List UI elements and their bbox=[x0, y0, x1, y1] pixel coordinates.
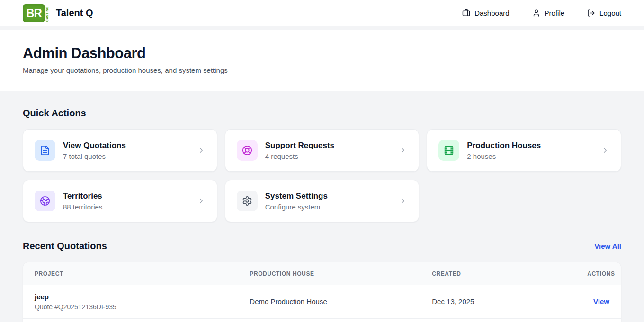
quick-action-card-support-requests[interactable]: Support Requests 4 requests bbox=[225, 129, 420, 172]
recent-quotations-header: Recent Quotations View All bbox=[23, 241, 621, 252]
quick-action-card-production-houses[interactable]: Production Houses 2 houses bbox=[427, 129, 621, 172]
globe-icon bbox=[35, 191, 55, 211]
column-header-production-house: Production House bbox=[238, 262, 420, 285]
card-subtitle: 88 territories bbox=[63, 203, 189, 211]
recent-quotations-title: Recent Quotations bbox=[23, 241, 107, 252]
br-casting-logo: BR CASTING bbox=[23, 4, 49, 22]
page-header: Admin Dashboard Manage your quotations, … bbox=[0, 30, 644, 91]
lifebuoy-icon bbox=[237, 140, 258, 161]
quote-number: Quote #Q202512136DF935 bbox=[35, 303, 227, 311]
card-subtitle: 7 total quotes bbox=[63, 152, 189, 160]
logo-casting-text: CASTING bbox=[45, 5, 49, 22]
quotation-row: jeep Quote #Q202512136DF935 Demo Product… bbox=[23, 285, 621, 318]
brand-name: Talent Q bbox=[56, 8, 93, 18]
nav-item-dashboard[interactable]: Dashboard bbox=[462, 9, 509, 17]
quick-action-card-territories[interactable]: Territories 88 territories bbox=[23, 180, 217, 222]
nav-item-label: Logout bbox=[599, 9, 621, 17]
created-date-cell: Dec 13, 2025 bbox=[420, 285, 576, 318]
file-text-icon bbox=[35, 140, 55, 161]
next-row-cutoff bbox=[23, 318, 621, 322]
chevron-right-icon bbox=[197, 146, 206, 155]
log-out-icon bbox=[587, 9, 595, 17]
card-title: Support Requests bbox=[265, 141, 392, 150]
main-content: Quick Actions View Quotations 7 total qu… bbox=[0, 91, 644, 322]
card-subtitle: 2 houses bbox=[467, 152, 593, 160]
nav-item-label: Profile bbox=[545, 9, 565, 17]
nav-item-logout[interactable]: Logout bbox=[587, 9, 621, 17]
column-header-actions: Actions bbox=[576, 262, 621, 285]
card-subtitle: 4 requests bbox=[265, 152, 392, 160]
nav-items: Dashboard Profile Logout bbox=[462, 9, 621, 17]
nav-item-profile[interactable]: Profile bbox=[532, 9, 565, 17]
chevron-right-icon bbox=[601, 146, 609, 155]
project-name: jeep bbox=[35, 293, 227, 301]
view-quotation-link[interactable]: View bbox=[593, 297, 609, 305]
gear-icon bbox=[237, 191, 258, 211]
quick-actions-title: Quick Actions bbox=[23, 108, 621, 119]
card-subtitle: Configure system bbox=[265, 203, 392, 211]
chevron-right-icon bbox=[197, 197, 206, 205]
column-header-project: Project bbox=[23, 262, 238, 285]
quick-actions-grid: View Quotations 7 total quotes Support R… bbox=[23, 129, 621, 222]
production-house-cell: Demo Production House bbox=[238, 285, 420, 318]
card-title: Production Houses bbox=[467, 141, 593, 150]
nav-item-label: Dashboard bbox=[474, 9, 509, 17]
card-title: Territories bbox=[63, 191, 189, 201]
film-icon bbox=[438, 140, 459, 161]
brand-group[interactable]: BR CASTING Talent Q bbox=[23, 4, 93, 22]
logo-text: BR bbox=[26, 7, 42, 20]
logo-box: BR bbox=[23, 4, 45, 22]
quick-action-card-system-settings[interactable]: System Settings Configure system bbox=[225, 180, 420, 222]
top-nav: BR CASTING Talent Q Dashboard Profile Lo… bbox=[0, 0, 644, 26]
column-header-created: Created bbox=[420, 262, 576, 285]
quotations-table-body: jeep Quote #Q202512136DF935 Demo Product… bbox=[23, 285, 621, 318]
page-subtitle: Manage your quotations, production house… bbox=[23, 66, 621, 74]
quick-action-card-view-quotations[interactable]: View Quotations 7 total quotes bbox=[23, 129, 217, 172]
card-title: System Settings bbox=[265, 191, 392, 201]
briefcase-icon bbox=[462, 9, 470, 17]
table-header-row: Project Production House Created Actions bbox=[23, 262, 621, 285]
user-icon bbox=[532, 9, 540, 17]
chevron-right-icon bbox=[399, 146, 407, 155]
page-title: Admin Dashboard bbox=[23, 45, 621, 62]
card-title: View Quotations bbox=[63, 141, 189, 150]
chevron-right-icon bbox=[399, 197, 407, 205]
view-all-link[interactable]: View All bbox=[594, 242, 621, 250]
quotations-table-card: Project Production House Created Actions… bbox=[23, 262, 621, 322]
quotations-table: Project Production House Created Actions… bbox=[23, 262, 621, 318]
